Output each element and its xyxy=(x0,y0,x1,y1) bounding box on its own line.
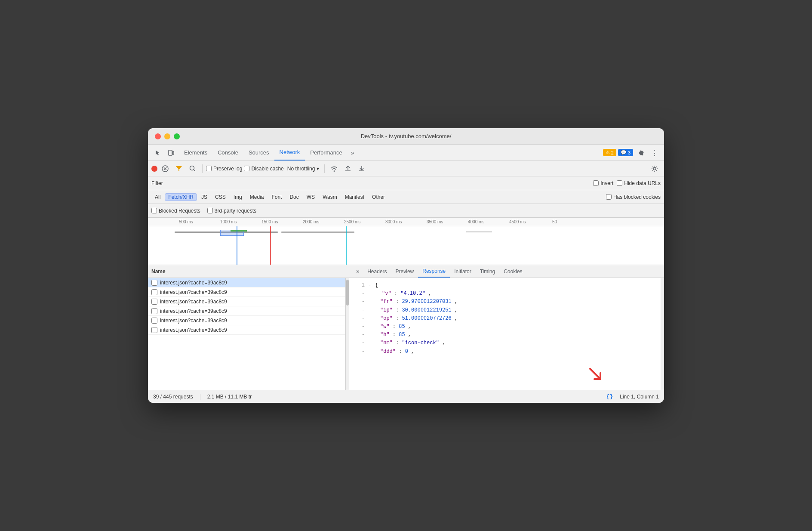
request-checkbox-5[interactable] xyxy=(151,318,157,324)
filter-icon[interactable] xyxy=(173,163,185,175)
cursor-icon[interactable] xyxy=(151,147,163,159)
requests-panel: interest.json?cache=39ac8c9 interest.jso… xyxy=(148,278,346,390)
stop-icon[interactable] xyxy=(159,163,171,175)
upload-icon[interactable] xyxy=(342,163,354,175)
tab-console[interactable]: Console xyxy=(212,145,243,161)
filter-css[interactable]: CSS xyxy=(212,193,229,201)
hide-data-urls-checkbox[interactable]: Hide data URLs xyxy=(617,180,661,186)
request-row[interactable]: interest.json?cache=39ac8c9 xyxy=(148,325,345,335)
wifi-icon[interactable] xyxy=(328,163,340,175)
requests-scrollbar[interactable] xyxy=(346,278,349,390)
request-checkbox-3[interactable] xyxy=(151,299,157,305)
tick-1000: 1000 ms xyxy=(220,219,237,224)
tab-network[interactable]: Network xyxy=(274,145,305,161)
timeline-ruler: 500 ms 1000 ms 1500 ms 2000 ms 2500 ms 3… xyxy=(148,218,664,226)
tl-bar-grey-3 xyxy=(466,232,492,232)
transfer-size: 2.1 MB / 11.1 MB tr xyxy=(207,394,252,400)
request-row[interactable]: interest.json?cache=39ac8c9 xyxy=(148,297,345,306)
network-toolbar: Preserve log Disable cache No throttling… xyxy=(148,161,664,176)
tab-timing[interactable]: Timing xyxy=(476,265,500,278)
request-row[interactable]: interest.json?cache=39ac8c9 xyxy=(148,278,345,287)
tab-actions: ⚠2 💬3 ⋮ xyxy=(603,147,661,159)
json-field-ddd: - "ddd" : 0 , xyxy=(354,348,659,356)
requests-section: Name interest.json?cache=39ac8c9 interes… xyxy=(148,265,349,390)
response-scrollbar[interactable] xyxy=(661,278,664,390)
third-party-checkbox[interactable]: 3rd-party requests xyxy=(207,208,256,214)
svg-marker-5 xyxy=(176,166,182,171)
close-button[interactable] xyxy=(155,133,161,139)
blocked-requests-checkbox[interactable]: Blocked Requests xyxy=(151,208,200,214)
minimize-button[interactable] xyxy=(164,133,170,139)
settings-icon[interactable] xyxy=(635,147,647,159)
request-checkbox-4[interactable] xyxy=(151,308,157,314)
invert-checkbox[interactable]: Invert xyxy=(593,180,613,186)
json-field-h: - "h" : 85 , xyxy=(354,331,659,339)
request-name-1: interest.json?cache=39ac8c9 xyxy=(160,280,342,286)
svg-rect-0 xyxy=(169,150,172,155)
throttle-select[interactable]: No throttling ▾ xyxy=(286,165,321,173)
devtools-window: DevTools - tv.youtube.com/welcome/ Eleme… xyxy=(148,128,664,403)
filter-doc[interactable]: Doc xyxy=(286,193,302,201)
filter-media[interactable]: Media xyxy=(246,193,268,201)
request-row[interactable]: interest.json?cache=39ac8c9 xyxy=(148,287,345,297)
response-panel: × Headers Preview Response Initiator Tim… xyxy=(349,265,664,390)
request-name-3: interest.json?cache=39ac8c9 xyxy=(160,299,342,305)
tl-bar-green xyxy=(231,230,247,232)
traffic-lights xyxy=(155,133,180,139)
filter-wasm[interactable]: Wasm xyxy=(319,193,341,201)
preserve-log-checkbox[interactable]: Preserve log xyxy=(206,166,242,172)
filter-js[interactable]: JS xyxy=(198,193,211,201)
more-options-icon[interactable]: ⋮ xyxy=(649,147,661,159)
tab-headers[interactable]: Headers xyxy=(363,265,391,278)
tick-1500: 1500 ms xyxy=(261,219,278,224)
filter-bar: Filter Invert Hide data URLs xyxy=(148,176,664,190)
download-icon[interactable] xyxy=(356,163,368,175)
tab-response[interactable]: Response xyxy=(418,265,450,278)
record-button[interactable] xyxy=(151,166,157,172)
status-bar: 39 / 445 requests 2.1 MB / 11.1 MB tr {}… xyxy=(148,390,664,403)
tab-cookies[interactable]: Cookies xyxy=(499,265,526,278)
request-row[interactable]: interest.json?cache=39ac8c9 xyxy=(148,316,345,325)
close-panel-button[interactable]: × xyxy=(353,268,363,275)
filter-all[interactable]: All xyxy=(151,193,164,201)
network-settings-icon[interactable] xyxy=(649,163,661,175)
main-content: Name interest.json?cache=39ac8c9 interes… xyxy=(148,265,664,390)
filter-input[interactable] xyxy=(166,180,590,186)
tab-elements[interactable]: Elements xyxy=(179,145,212,161)
tab-performance[interactable]: Performance xyxy=(305,145,347,161)
tab-more-button[interactable]: » xyxy=(348,149,358,156)
device-icon[interactable] xyxy=(165,147,177,159)
request-checkbox-2[interactable] xyxy=(151,289,157,295)
svg-point-6 xyxy=(190,166,194,170)
json-content: 1 - { - "v" : "4.10.2" , - xyxy=(349,278,664,390)
tab-initiator[interactable]: Initiator xyxy=(450,265,475,278)
response-tab-bar: × Headers Preview Response Initiator Tim… xyxy=(349,265,664,278)
warning-badge[interactable]: ⚠2 xyxy=(603,149,616,156)
filter-ws[interactable]: WS xyxy=(303,193,318,201)
tab-sources[interactable]: Sources xyxy=(243,145,274,161)
maximize-button[interactable] xyxy=(174,133,180,139)
filter-other[interactable]: Other xyxy=(369,193,388,201)
filter-fetch-xhr[interactable]: Fetch/XHR xyxy=(165,193,197,201)
json-field-op: - "op" : 51.0000020772726 , xyxy=(354,315,659,323)
request-row[interactable]: interest.json?cache=39ac8c9 xyxy=(148,306,345,316)
tick-3500: 3500 ms xyxy=(427,219,443,224)
json-toggle-1[interactable]: - xyxy=(368,281,373,290)
filter-manifest[interactable]: Manifest xyxy=(341,193,368,201)
search-icon[interactable] xyxy=(187,163,199,175)
json-field-v: - "v" : "4.10.2" , xyxy=(354,290,659,298)
tick-4000: 4000 ms xyxy=(468,219,484,224)
has-blocked-cookies-checkbox[interactable]: Has blocked cookies xyxy=(606,194,661,200)
tl-bar-grey-2 xyxy=(281,232,354,233)
request-checkbox-6[interactable] xyxy=(151,327,157,333)
filter-img[interactable]: Img xyxy=(230,193,246,201)
json-field-ip: - "ip" : 30.0000012219251 , xyxy=(354,306,659,315)
request-checkbox-1[interactable] xyxy=(151,280,157,286)
format-button[interactable]: {} xyxy=(606,393,613,400)
disable-cache-checkbox[interactable]: Disable cache xyxy=(244,166,283,172)
tab-preview[interactable]: Preview xyxy=(391,265,418,278)
filter-label: Filter xyxy=(151,180,163,186)
line-num-1: 1 xyxy=(354,281,365,290)
filter-font[interactable]: Font xyxy=(268,193,285,201)
comment-badge[interactable]: 💬3 xyxy=(618,149,633,156)
